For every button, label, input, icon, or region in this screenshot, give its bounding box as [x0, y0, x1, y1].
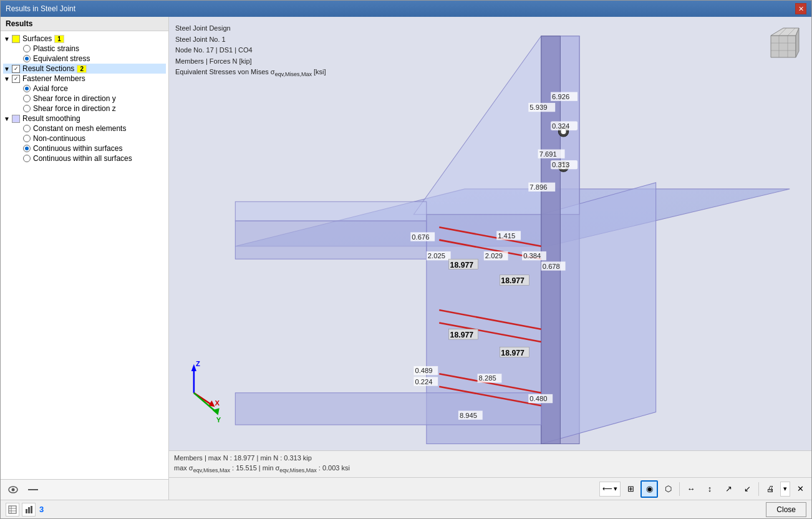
toolbar-btn-moveZ[interactable]: ↗	[720, 480, 737, 498]
toolbar-btn-close-x[interactable]: ✕	[791, 480, 809, 498]
surfaces-badge: 1	[54, 35, 64, 43]
svg-text:0.384: 0.384	[523, 252, 541, 260]
radio-continuous-within[interactable]	[23, 145, 31, 152]
checkbox-surfaces[interactable]	[12, 35, 20, 43]
svg-text:0.489: 0.489	[415, 367, 432, 374]
svg-point-1	[12, 488, 15, 492]
main-content: Results ▼ Surfaces 1 Plastic strains	[1, 17, 811, 500]
svg-text:5.939: 5.939	[529, 104, 547, 111]
left-panel-footer	[1, 479, 168, 500]
constant-mesh-label: Constant on mesh elements	[33, 124, 126, 133]
toolbar-bottom: ⟵ ▾ ⊞ ◉ ⬡ ↔ ↕ ↗ ↙ 🖨 ▾ ✕	[169, 477, 811, 500]
result-sections-label: Result Sections	[22, 64, 74, 73]
continuous-all-label: Continuous within all surfaces	[33, 154, 132, 163]
radio-axial-force[interactable]	[23, 85, 31, 92]
toolbar-separator-1	[679, 482, 680, 496]
fastener-members-label: Fastener Members	[22, 74, 85, 83]
tree-item-continuous-within[interactable]: Continuous within surfaces	[3, 143, 166, 153]
svg-text:X: X	[215, 399, 220, 407]
viewport[interactable]: Steel Joint Design Steel Joint No. 1 Nod…	[169, 17, 811, 450]
svg-rect-82	[9, 506, 16, 513]
svg-text:Y: Y	[216, 416, 221, 424]
svg-text:1.415: 1.415	[498, 232, 515, 240]
dropdown1-icon: ⟵	[602, 485, 612, 493]
bottom-icon-table[interactable]	[6, 503, 19, 517]
toolbar-btn-grid[interactable]: ⊞	[622, 480, 639, 498]
tree-item-result-sections[interactable]: ▼ Result Sections 2	[3, 64, 166, 74]
continuous-within-label: Continuous within surfaces	[33, 144, 122, 153]
toolbar-btn-hex[interactable]: ⬡	[659, 480, 677, 498]
tree-item-surfaces[interactable]: ▼ Surfaces 1	[3, 34, 166, 44]
svg-text:Z: Z	[196, 360, 200, 367]
toolbar-dropdown-2[interactable]: ▾	[780, 482, 790, 497]
status-line1: Members | max N : 18.977 | min N : 0.313…	[174, 453, 806, 463]
expand-icon-result-sections: ▼	[3, 65, 11, 72]
svg-text:8.285: 8.285	[479, 374, 496, 382]
svg-rect-87	[28, 507, 30, 513]
main-window: Results in Steel Joint ✕ Results ▼ Surfa…	[0, 0, 812, 519]
checkbox-result-sections[interactable]	[12, 65, 20, 73]
svg-text:0.480: 0.480	[529, 395, 547, 402]
svg-text:18.977: 18.977	[450, 261, 474, 269]
bottom-bar: 3 Close	[1, 500, 811, 518]
svg-marker-18	[235, 221, 427, 259]
viewport-3d: 6.926 5.939 0.324 7.691 0.313 7.896 0.67…	[169, 17, 811, 450]
left-panel: Results ▼ Surfaces 1 Plastic strains	[1, 17, 169, 500]
radio-plastic-strains[interactable]	[23, 45, 31, 52]
radio-shear-z[interactable]	[23, 105, 31, 112]
toolbar-btn-view-active[interactable]: ◉	[640, 480, 658, 498]
dropdown2-arrow: ▾	[783, 485, 787, 493]
svg-rect-88	[31, 506, 32, 513]
bottom-left-icons: 3	[6, 503, 44, 517]
dropdown1-arrow: ▾	[614, 485, 617, 493]
right-panel: Steel Joint Design Steel Joint No. 1 Nod…	[169, 17, 811, 500]
toolbar-btn-print[interactable]: 🖨	[761, 480, 779, 498]
svg-text:18.977: 18.977	[501, 276, 524, 285]
bottom-icon-chart[interactable]	[22, 503, 36, 517]
svg-text:0.313: 0.313	[552, 161, 569, 168]
panel-header: Results	[1, 17, 168, 31]
eye-icon-button[interactable]	[6, 482, 21, 497]
plastic-strains-label: Plastic strains	[33, 44, 79, 53]
radio-non-continuous[interactable]	[23, 135, 31, 142]
expand-icon: ▼	[3, 35, 11, 42]
radio-constant-mesh[interactable]	[23, 125, 31, 132]
equivalent-stress-label: Equivalent stress	[33, 54, 90, 63]
expand-icon-smoothing: ▼	[3, 115, 11, 122]
close-button[interactable]: Close	[766, 502, 806, 517]
toolbar-separator-2	[758, 482, 759, 496]
tree-item-constant-mesh[interactable]: Constant on mesh elements	[3, 124, 166, 133]
tree-item-equivalent-stress[interactable]: Equivalent stress	[3, 54, 166, 64]
shear-z-label: Shear force in direction z	[33, 104, 116, 113]
toolbar-btn-rotate[interactable]: ↙	[738, 480, 756, 498]
svg-text:6.926: 6.926	[552, 93, 569, 100]
tree-item-result-smoothing[interactable]: ▼ Result smoothing	[3, 114, 166, 124]
tree-item-shear-y[interactable]: Shear force in direction y	[3, 94, 166, 104]
toolbar-btn-moveY[interactable]: ↕	[701, 480, 718, 498]
tree-item-non-continuous[interactable]: Non-continuous	[3, 133, 166, 143]
checkbox-result-smoothing[interactable]	[12, 115, 20, 123]
line-icon-button[interactable]	[26, 482, 41, 497]
toolbar-dropdown-1[interactable]: ⟵ ▾	[599, 482, 621, 497]
radio-shear-y[interactable]	[23, 95, 31, 102]
radio-equivalent-stress[interactable]	[23, 55, 31, 62]
tree-item-fastener-members[interactable]: ▼ Fastener Members	[3, 74, 166, 84]
tree-item-continuous-all[interactable]: Continuous within all surfaces	[3, 153, 166, 163]
result-smoothing-label: Result smoothing	[22, 114, 80, 123]
tree-item-axial-force[interactable]: Axial force	[3, 84, 166, 94]
axial-force-label: Axial force	[33, 84, 68, 93]
status-line2: max σeqv,Mises,Max : 15.515 | min σeqv,M…	[174, 463, 806, 475]
svg-text:0.324: 0.324	[552, 122, 569, 130]
radio-continuous-all[interactable]	[23, 155, 31, 162]
svg-text:2.029: 2.029	[485, 252, 503, 260]
toolbar-btn-moveX[interactable]: ↔	[682, 480, 700, 498]
checkbox-fastener-members[interactable]	[12, 75, 20, 83]
svg-text:2.025: 2.025	[428, 252, 445, 260]
tree-item-shear-z[interactable]: Shear force in direction z	[3, 104, 166, 114]
status-bar: Members | max N : 18.977 | min N : 0.313…	[169, 450, 811, 477]
surfaces-label: Surfaces	[22, 34, 52, 43]
svg-text:18.977: 18.977	[450, 331, 474, 339]
close-window-button[interactable]: ✕	[795, 3, 806, 14]
tree-item-plastic-strains[interactable]: Plastic strains	[3, 44, 166, 54]
shear-y-label: Shear force in direction y	[33, 94, 116, 103]
